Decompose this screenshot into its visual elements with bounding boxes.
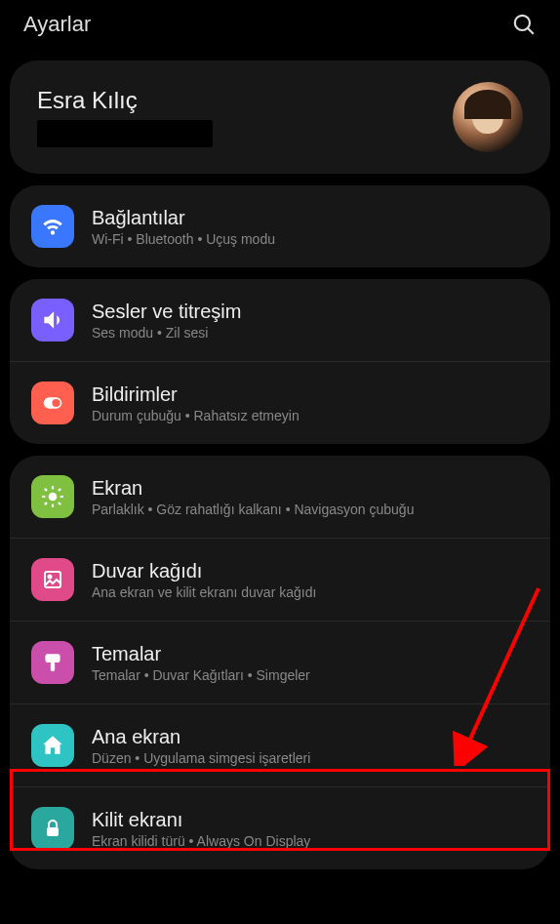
- settings-row-wallpaper[interactable]: Duvar kağıdı Ana ekran ve kilit ekranı d…: [10, 538, 550, 621]
- row-title: Temalar: [92, 643, 310, 665]
- row-subtitle: Düzen • Uygulama simgesi işaretleri: [92, 750, 310, 766]
- svg-line-9: [45, 489, 47, 491]
- row-title: Sesler ve titreşim: [92, 301, 241, 323]
- search-icon[interactable]: [511, 12, 537, 37]
- row-title: Duvar kağıdı: [92, 560, 316, 583]
- settings-card: Sesler ve titreşim Ses modu • Zil sesi B…: [10, 279, 550, 444]
- settings-header: Ayarlar: [0, 0, 560, 49]
- page-title: Ayarlar: [23, 12, 91, 37]
- settings-row-home[interactable]: Ana ekran Düzen • Uygulama simgesi işare…: [10, 703, 550, 786]
- row-title: Bağlantılar: [92, 207, 275, 229]
- row-title: Ana ekran: [92, 726, 310, 748]
- svg-point-4: [49, 493, 58, 502]
- profile-email-redacted: [37, 120, 213, 147]
- svg-line-11: [45, 502, 47, 504]
- settings-row-lock[interactable]: Kilit ekranı Ekran kilidi türü • Always …: [10, 786, 550, 869]
- row-title: Ekran: [92, 477, 414, 500]
- lock-icon: [31, 807, 74, 850]
- svg-point-0: [515, 16, 530, 30]
- row-text: Bildirimler Durum çubuğu • Rahatsız etme…: [92, 383, 300, 423]
- account-row[interactable]: Esra Kılıç: [10, 60, 550, 174]
- svg-point-3: [52, 399, 60, 407]
- profile-text: Esra Kılıç: [37, 87, 213, 147]
- brush-icon: [31, 641, 74, 684]
- row-text: Bağlantılar Wi-Fi • Bluetooth • Uçuş mod…: [92, 207, 275, 247]
- svg-rect-13: [45, 572, 60, 587]
- settings-row-sounds[interactable]: Sesler ve titreşim Ses modu • Zil sesi: [10, 279, 550, 361]
- svg-point-14: [49, 576, 52, 579]
- svg-line-1: [528, 28, 534, 34]
- settings-card: Ekran Parlaklık • Göz rahatlığı kalkanı …: [10, 456, 550, 869]
- row-text: Ekran Parlaklık • Göz rahatlığı kalkanı …: [92, 477, 414, 517]
- row-title: Kilit ekranı: [92, 809, 310, 831]
- row-text: Sesler ve titreşim Ses modu • Zil sesi: [92, 301, 241, 341]
- row-subtitle: Temalar • Duvar Kağıtları • Simgeler: [92, 667, 310, 683]
- row-text: Temalar Temalar • Duvar Kağıtları • Simg…: [92, 643, 310, 683]
- row-subtitle: Parlaklık • Göz rahatlığı kalkanı • Navi…: [92, 502, 414, 517]
- row-subtitle: Ses modu • Zil sesi: [92, 325, 241, 341]
- wifi-icon: [31, 205, 74, 248]
- image-icon: [31, 558, 74, 601]
- row-text: Kilit ekranı Ekran kilidi türü • Always …: [92, 809, 310, 849]
- avatar: [453, 82, 523, 152]
- row-text: Duvar kağıdı Ana ekran ve kilit ekranı d…: [92, 560, 316, 600]
- row-title: Bildirimler: [92, 383, 300, 406]
- sound-icon: [31, 299, 74, 341]
- row-subtitle: Durum çubuğu • Rahatsız etmeyin: [92, 408, 300, 423]
- sun-icon: [31, 475, 74, 518]
- row-subtitle: Ekran kilidi türü • Always On Display: [92, 833, 310, 849]
- svg-line-10: [59, 502, 60, 504]
- svg-rect-15: [45, 654, 60, 663]
- settings-row-themes[interactable]: Temalar Temalar • Duvar Kağıtları • Simg…: [10, 621, 550, 703]
- settings-card: Bağlantılar Wi-Fi • Bluetooth • Uçuş mod…: [10, 185, 550, 267]
- row-subtitle: Ana ekran ve kilit ekranı duvar kağıdı: [92, 584, 316, 600]
- notif-icon: [31, 382, 74, 424]
- svg-rect-17: [47, 827, 59, 836]
- settings-groups: Bağlantılar Wi-Fi • Bluetooth • Uçuş mod…: [0, 185, 560, 869]
- row-text: Ana ekran Düzen • Uygulama simgesi işare…: [92, 726, 310, 766]
- settings-row-connections[interactable]: Bağlantılar Wi-Fi • Bluetooth • Uçuş mod…: [10, 185, 550, 267]
- settings-row-notifications[interactable]: Bildirimler Durum çubuğu • Rahatsız etme…: [10, 361, 550, 444]
- settings-row-display[interactable]: Ekran Parlaklık • Göz rahatlığı kalkanı …: [10, 456, 550, 538]
- svg-rect-16: [51, 663, 55, 671]
- row-subtitle: Wi-Fi • Bluetooth • Uçuş modu: [92, 231, 275, 247]
- house-icon: [31, 724, 74, 767]
- svg-line-12: [59, 489, 60, 491]
- profile-name: Esra Kılıç: [37, 87, 213, 114]
